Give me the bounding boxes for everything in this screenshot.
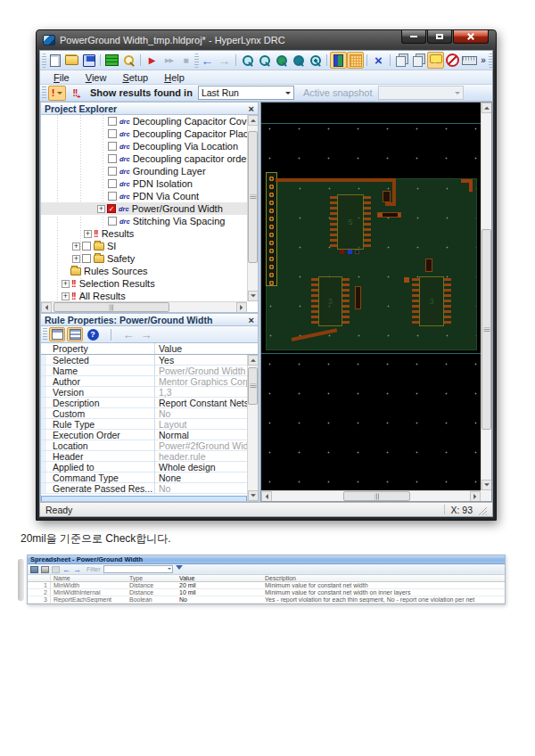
copy-all-icon[interactable] [410, 52, 427, 69]
step-icon[interactable] [160, 52, 177, 69]
rule-checkbox[interactable] [82, 254, 91, 263]
tree-item[interactable]: + drc !! Selection Results [41, 277, 247, 290]
pad[interactable] [404, 277, 409, 283]
tree-item[interactable]: + drc !! Decoupling Via Location [41, 140, 247, 152]
crossprobe-icon[interactable] [370, 52, 387, 69]
tree-item[interactable]: + drc !! Decoupling Capacitor Placemen [41, 127, 247, 140]
menu-item[interactable]: File [45, 71, 78, 84]
scroll-down-icon[interactable] [248, 291, 259, 301]
menu-item[interactable]: View [78, 71, 115, 84]
show-results-toggle[interactable]: ! [48, 86, 66, 101]
print-icon[interactable] [41, 566, 49, 573]
board-canvas[interactable]: 5 3 3 [261, 103, 481, 490]
property-row[interactable]: Generate Passed Res... No [41, 483, 258, 494]
property-row[interactable]: Description Report Constant Nets ... [41, 398, 258, 408]
tree-item[interactable]: + drc !! Decoupling capacitor order [41, 152, 247, 165]
resistor-component[interactable] [425, 259, 432, 272]
power-trace[interactable] [385, 202, 396, 206]
board-horizontal-scrollbar[interactable] [261, 490, 481, 501]
scroll-up-icon[interactable] [248, 355, 259, 366]
titlebar[interactable]: PowerGround Width_tmp.hldproj* - HyperLy… [39, 30, 493, 50]
close-button[interactable] [453, 30, 489, 44]
layers-icon[interactable] [103, 52, 120, 69]
rule-checkbox[interactable] [107, 204, 116, 213]
tree-item[interactable]: + drc !! Decoupling Capacitor Coverage [41, 115, 247, 127]
scroll-up-icon[interactable] [482, 103, 492, 113]
property-row[interactable]: Version 1,3 [41, 387, 258, 398]
rule-checkbox[interactable] [108, 217, 117, 226]
zoom-in-icon[interactable] [239, 52, 256, 69]
scroll-down-icon[interactable] [248, 490, 259, 501]
active-snapshot-combo[interactable] [378, 86, 464, 100]
power-trace[interactable] [276, 178, 396, 182]
resistor-component[interactable] [377, 212, 401, 218]
rule-checkbox[interactable] [108, 154, 117, 163]
cell-value[interactable]: 10 mil [179, 589, 265, 596]
zoom-out-icon[interactable] [256, 52, 273, 69]
run-icon[interactable] [144, 52, 160, 69]
filter-combo[interactable] [103, 565, 173, 573]
scroll-left-icon[interactable] [41, 302, 52, 313]
expand-icon[interactable]: + [62, 280, 70, 288]
save-icon[interactable] [80, 52, 97, 69]
results-scope-combo[interactable]: Last Run [198, 86, 294, 100]
scroll-right-icon[interactable] [236, 302, 247, 313]
back-nav-icon[interactable] [199, 52, 216, 69]
tooltip-toggle-icon[interactable] [427, 52, 444, 69]
pcb-board[interactable] [266, 178, 477, 350]
tree-item[interactable]: + drc !! PDN Isolation [41, 177, 247, 190]
add-results-button[interactable]: !!+ [68, 86, 86, 101]
expand-icon[interactable]: + [84, 230, 92, 238]
pointer-off-icon[interactable] [444, 52, 461, 69]
expand-icon[interactable]: + [97, 205, 105, 213]
expand-icon[interactable]: + [72, 242, 80, 251]
rule-checkbox[interactable] [108, 117, 117, 126]
forward-icon[interactable] [73, 566, 81, 573]
maximize-button[interactable] [427, 30, 452, 44]
ruler-icon[interactable] [461, 52, 478, 69]
property-row[interactable]: Custom No [41, 408, 258, 419]
ic-component[interactable]: 3 [318, 276, 342, 326]
property-row[interactable]: Execution Order Normal [41, 430, 258, 440]
rule-checkbox[interactable] [108, 192, 117, 201]
component[interactable] [383, 191, 391, 202]
new-file-icon[interactable] [46, 52, 63, 69]
copy-view-icon[interactable] [393, 52, 410, 69]
ic-component[interactable]: 5 [337, 194, 364, 250]
open-icon[interactable] [63, 52, 80, 69]
tree-item[interactable]: + drc !! Power/Ground Width [41, 202, 247, 215]
tree-vertical-scrollbar[interactable] [247, 115, 258, 301]
tree-item[interactable]: + drc !! SI [41, 240, 247, 252]
panel-close-icon[interactable]: × [249, 315, 254, 325]
tree-item[interactable]: + drc !! Safety [41, 252, 247, 265]
fwd-nav-icon[interactable] [216, 52, 233, 69]
MinWidthInternal-icon[interactable]: 2 MinWidthInternal Distance 10 mil Minim… [28, 589, 505, 596]
panel-close-icon[interactable]: × [249, 103, 254, 114]
scroll-thumb[interactable] [248, 131, 258, 263]
scroll-left-icon[interactable] [261, 491, 272, 502]
alphabetical-view-button[interactable] [67, 327, 83, 341]
previous-rule-button[interactable] [120, 327, 136, 341]
back-icon[interactable] [62, 566, 70, 573]
property-row[interactable]: Author Mentor Graphics Corp, [41, 376, 258, 387]
pad[interactable] [348, 250, 352, 254]
scroll-thumb[interactable] [343, 491, 410, 501]
ReportEachSegment-icon[interactable]: 3 ReportEachSegment Boolean No Yes - rep… [28, 596, 505, 604]
cell-value[interactable]: 20 mil [179, 582, 265, 588]
tree-item[interactable]: + drc !! Rules Sources [41, 265, 247, 277]
resize-grip-icon[interactable] [478, 506, 487, 515]
tree-item[interactable]: + drc !! All Results [41, 290, 247, 301]
rule-checkbox[interactable] [108, 179, 117, 188]
rule-checkbox[interactable] [108, 142, 117, 151]
scroll-thumb[interactable] [248, 367, 258, 405]
properties-vertical-scrollbar[interactable] [247, 355, 258, 501]
rule-checkbox[interactable] [82, 242, 91, 251]
zoom-prev-icon[interactable] [290, 52, 307, 69]
stop-icon[interactable] [177, 52, 194, 69]
next-rule-button[interactable] [138, 327, 154, 341]
rule-checkbox[interactable] [108, 129, 117, 138]
minimize-button[interactable] [401, 30, 426, 44]
rule-checkbox[interactable] [108, 167, 117, 176]
expand-icon[interactable]: + [72, 255, 80, 263]
ic-component[interactable]: 3 [419, 276, 444, 326]
